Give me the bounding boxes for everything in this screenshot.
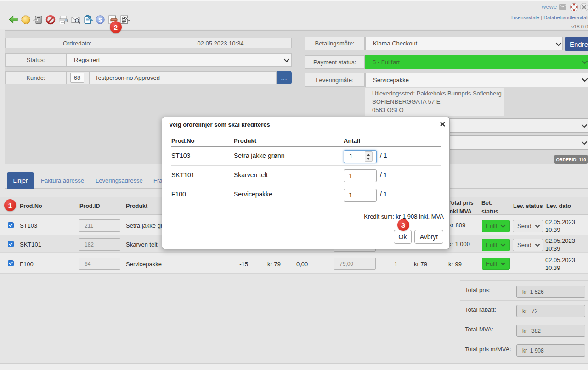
svg-text:$: $ (98, 17, 102, 23)
